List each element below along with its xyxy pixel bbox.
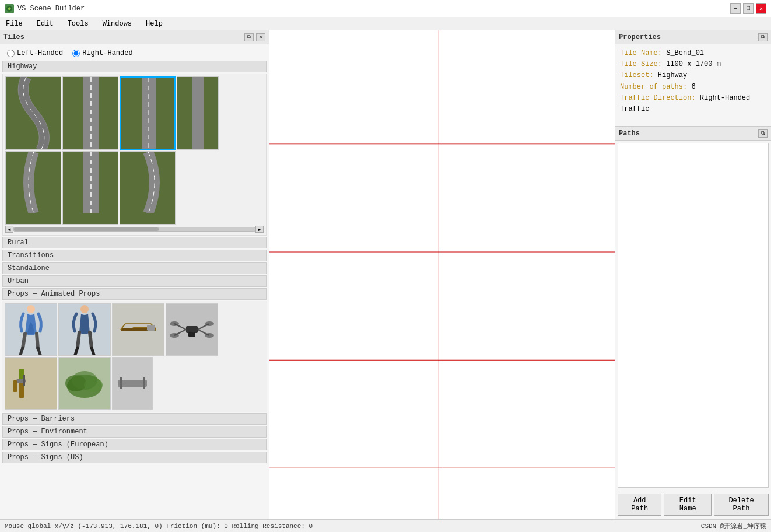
- properties-panel: Properties ⧉ Tile Name: S_Bend_01 Tile S…: [615, 30, 771, 127]
- handedness-row: Left-Handed Right-Handed: [2, 47, 267, 60]
- close-button[interactable]: ✕: [756, 4, 766, 14]
- maximize-button[interactable]: □: [743, 4, 754, 14]
- properties-panel-title: Properties: [619, 33, 661, 41]
- category-props-signs-us[interactable]: Props — Signs (US): [2, 452, 267, 463]
- tiles-panel-header: Tiles ⧉ ✕: [0, 30, 269, 44]
- delete-path-button[interactable]: Delete Path: [714, 494, 769, 516]
- menu-help[interactable]: Help: [142, 19, 166, 29]
- mouse-position: Mouse global x/y/z (-173.913, 176.181, 0…: [5, 523, 313, 530]
- edit-name-button[interactable]: Edit Name: [664, 494, 712, 516]
- credit-text: CSDN @开源君_坤序猿: [701, 522, 766, 530]
- menu-edit[interactable]: Edit: [33, 19, 57, 29]
- canvas-grid: [269, 30, 615, 519]
- category-props-animated[interactable]: Props — Animated Props: [2, 288, 267, 300]
- tiles-panel: Tiles ⧉ ✕ Left-Handed Right-Handed Highw…: [0, 30, 269, 519]
- properties-content: Tile Name: S_Bend_01 Tile Size: 1100 x 1…: [615, 44, 771, 126]
- category-highway[interactable]: Highway: [2, 61, 267, 72]
- right-handed-label[interactable]: Right-Handed: [72, 49, 132, 57]
- tile-item-3[interactable]: [120, 76, 176, 150]
- svg-point-16: [80, 305, 89, 313]
- right-handed-text: Right-Handed: [82, 49, 132, 57]
- scroll-left-button[interactable]: ◀: [5, 226, 13, 233]
- svg-rect-44: [143, 377, 145, 389]
- prop-item-machinegun[interactable]: [5, 357, 57, 410]
- category-props-signs-eu[interactable]: Props — Signs (European): [2, 439, 267, 450]
- properties-panel-controls[interactable]: ⧉: [758, 33, 768, 41]
- scroll-right-button[interactable]: ▶: [255, 226, 264, 233]
- tile-scrollbar-h[interactable]: ◀ ▶: [5, 226, 264, 233]
- category-urban[interactable]: Urban: [2, 275, 267, 287]
- prop-tile-size: Tile Size: 1100 x 1700 m: [620, 59, 766, 70]
- add-path-button[interactable]: Add Path: [618, 494, 661, 516]
- tile-item-7[interactable]: [120, 151, 176, 225]
- status-bar: Mouse global x/y/z (-173.913, 176.181, 0…: [0, 519, 771, 532]
- tile-item-4[interactable]: [177, 76, 219, 150]
- paths-buttons: Add Path Edit Name Delete Path: [615, 490, 771, 519]
- prop-traffic-dir: Traffic Direction: Right-Handed Traffic: [620, 93, 766, 115]
- minimize-button[interactable]: —: [730, 4, 741, 14]
- left-handed-text: Left-Handed: [17, 49, 63, 57]
- tiles-restore-button[interactable]: ⧉: [244, 33, 254, 41]
- right-handed-radio[interactable]: [72, 50, 80, 57]
- app-icon: [5, 4, 14, 13]
- prop-item-drone[interactable]: [166, 303, 218, 356]
- paths-list: [618, 143, 769, 488]
- svg-rect-37: [13, 380, 17, 392]
- svg-rect-45: [269, 30, 615, 519]
- category-transitions[interactable]: Transitions: [2, 250, 267, 261]
- prop-item-male[interactable]: [58, 303, 111, 356]
- tile-item-6[interactable]: [62, 151, 118, 225]
- paths-panel-title: Paths: [619, 130, 640, 138]
- svg-point-28: [170, 321, 179, 326]
- svg-rect-22: [147, 325, 155, 331]
- svg-rect-32: [188, 332, 195, 337]
- category-standalone[interactable]: Standalone: [2, 262, 267, 274]
- canvas-area[interactable]: [269, 30, 615, 519]
- svg-point-15: [27, 305, 35, 313]
- prop-tileset: Tileset: Highway: [620, 70, 766, 81]
- prop-tile-name: Tile Name: S_Bend_01: [620, 48, 766, 59]
- scroll-track[interactable]: [13, 227, 255, 232]
- svg-point-41: [72, 371, 97, 390]
- title-bar: VS Scene Builder — □ ✕: [0, 0, 771, 18]
- right-panel: Properties ⧉ Tile Name: S_Bend_01 Tile S…: [615, 30, 771, 519]
- menu-windows[interactable]: Windows: [99, 19, 135, 29]
- tiles-content: Left-Handed Right-Handed Highway: [0, 44, 269, 519]
- svg-rect-43: [120, 377, 122, 389]
- paths-restore-button[interactable]: ⧉: [758, 130, 768, 138]
- tile-item-2[interactable]: [62, 76, 118, 150]
- tiles-close-button[interactable]: ✕: [256, 33, 265, 41]
- prop-item-brush[interactable]: [58, 357, 111, 410]
- tiles-panel-controls[interactable]: ⧉ ✕: [244, 33, 265, 41]
- category-props-environment[interactable]: Props — Environment: [2, 426, 267, 438]
- prop-item-barrier[interactable]: [112, 357, 153, 410]
- paths-panel: Paths ⧉ Add Path Edit Name Delete Path: [615, 127, 771, 519]
- scroll-thumb: [14, 228, 159, 231]
- tile-item-5[interactable]: [5, 151, 61, 225]
- app-title: VS Scene Builder: [17, 5, 85, 13]
- left-handed-radio[interactable]: [7, 50, 15, 57]
- left-handed-label[interactable]: Left-Handed: [7, 49, 63, 57]
- svg-rect-9: [192, 77, 204, 150]
- svg-rect-36: [23, 374, 25, 386]
- menu-file[interactable]: File: [2, 19, 26, 29]
- paths-panel-header: Paths ⧉: [615, 127, 771, 141]
- prop-num-paths: Number of paths: 6: [620, 82, 766, 93]
- properties-restore-button[interactable]: ⧉: [758, 33, 768, 41]
- menu-bar: File Edit Tools Windows Help: [0, 18, 771, 30]
- prop-item-female[interactable]: [5, 303, 57, 356]
- tile-item-1[interactable]: [5, 76, 61, 150]
- tile-grid-highway: ◀ ▶: [2, 74, 267, 236]
- main-layout: Tiles ⧉ ✕ Left-Handed Right-Handed Highw…: [0, 30, 771, 519]
- category-rural[interactable]: Rural: [2, 237, 267, 249]
- prop-item-crossbow[interactable]: [112, 303, 164, 356]
- properties-panel-header: Properties ⧉: [615, 30, 771, 44]
- paths-panel-controls[interactable]: ⧉: [758, 130, 768, 138]
- svg-rect-42: [118, 380, 147, 387]
- tiles-panel-title: Tiles: [3, 33, 24, 41]
- svg-point-30: [170, 333, 179, 338]
- props-grid-animated: [2, 301, 267, 412]
- window-controls[interactable]: — □ ✕: [730, 4, 766, 14]
- category-props-barriers[interactable]: Props — Barriers: [2, 413, 267, 425]
- menu-tools[interactable]: Tools: [64, 19, 92, 29]
